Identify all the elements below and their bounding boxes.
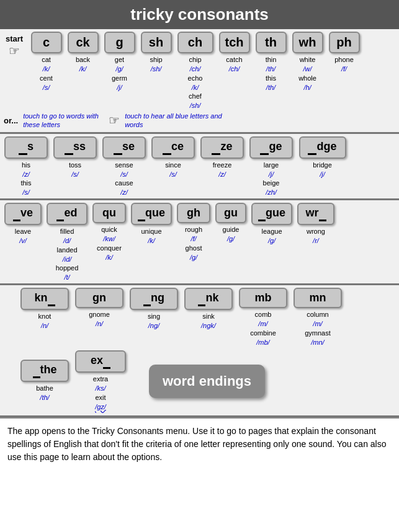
key-ge-ending[interactable]: ge large/j/beige/zh/ xyxy=(248,136,295,197)
key-box-kn[interactable]: kn xyxy=(20,288,69,310)
or-label: or... xyxy=(4,116,18,125)
key-box-gn[interactable]: gn xyxy=(75,288,123,308)
key-tch[interactable]: tch catch/ch/ xyxy=(217,32,252,74)
key-words-tch: catch/ch/ xyxy=(226,55,242,74)
key-se-ending[interactable]: se sense/s/cause/z/ xyxy=(101,136,148,197)
key-box-gue-ending[interactable]: gue xyxy=(251,203,292,225)
key-ch[interactable]: ch chip/ch/echo/k/chef/sh/ xyxy=(175,32,215,110)
key-g[interactable]: g get/g/germ/j/ xyxy=(102,32,137,92)
key-words-nk: sink/ngk/ xyxy=(201,312,216,330)
key-words-qu: quick/kw/conquer/k/ xyxy=(97,225,122,262)
key-words-ge-ending: large/j/beige/zh/ xyxy=(263,161,280,197)
key-words-ed-ending: filled/d/landed/id/hopped/t/ xyxy=(56,227,79,282)
key-box-ph[interactable]: ph xyxy=(329,32,360,53)
key-que-ending[interactable]: que unique/k/ xyxy=(129,203,174,246)
key-words-ve-ending: leave/v/ xyxy=(15,227,31,246)
key-words-wh: white/w/whole/h/ xyxy=(298,55,316,92)
page-title: tricky consonants xyxy=(0,0,399,29)
key-ng[interactable]: ng sing/ng/ xyxy=(128,288,180,330)
key-box-gh[interactable]: gh xyxy=(177,203,210,223)
key-words-s-ending: his/z/this/s/ xyxy=(20,161,31,197)
key-words-the-ending: bathe/th/ xyxy=(36,384,53,402)
key-words-se-ending: sense/s/cause/z/ xyxy=(115,161,133,197)
key-ex[interactable]: ex extra/ks/exit/gz/ xyxy=(73,350,128,411)
key-c[interactable]: c cat/k/cent/s/ xyxy=(29,32,64,92)
key-words-gh: rough/f/ghost/g/ xyxy=(185,225,202,262)
key-words-que-ending: unique/k/ xyxy=(141,227,161,246)
key-words-ph: phone/f/ xyxy=(334,55,354,74)
key-box-th[interactable]: th xyxy=(256,32,287,53)
key-ve-ending[interactable]: ve leave/v/ xyxy=(2,203,43,246)
key-box-ve-ending[interactable]: ve xyxy=(4,203,42,225)
key-box-ed-ending[interactable]: ed xyxy=(47,203,87,225)
key-box-wh[interactable]: wh xyxy=(292,32,323,53)
touch1-label: touch to go to words with these letters xyxy=(23,112,104,130)
key-words-mb: comb/m/combine/mb/ xyxy=(250,310,276,347)
key-th[interactable]: th thin/th/this/th/ xyxy=(253,32,289,92)
key-words-ex: extra/ks/exit/gz/ xyxy=(93,375,108,411)
hand-icon: ☞ xyxy=(9,43,20,58)
key-gh[interactable]: gh rough/f/ghost/g/ xyxy=(175,203,212,262)
key-words-mn: column/m/gymnast/mn/ xyxy=(305,310,331,347)
key-box-ce-ending[interactable]: ce xyxy=(151,136,195,159)
key-box-nk[interactable]: nk xyxy=(184,288,233,310)
key-ph[interactable]: ph phone/f/ xyxy=(326,32,362,74)
key-words-gue-ending: league/g/ xyxy=(261,227,282,246)
key-mb[interactable]: mb comb/m/combine/mb/ xyxy=(237,288,289,347)
key-box-gu[interactable]: gu xyxy=(215,203,246,223)
key-box-dge-ending[interactable]: dge xyxy=(299,136,346,159)
key-box-sh[interactable]: sh xyxy=(141,32,172,53)
key-box-ze-ending[interactable]: ze xyxy=(200,136,244,159)
key-box-ex[interactable]: ex xyxy=(75,350,126,373)
key-the-ending[interactable]: the bathe/th/ xyxy=(19,360,71,402)
hand-icon2: ☞ xyxy=(109,113,120,128)
key-box-mb[interactable]: mb xyxy=(239,288,287,308)
key-words-dge-ending: bridge/j/ xyxy=(313,161,332,179)
key-words-ck: back/k/ xyxy=(76,55,90,74)
key-gu[interactable]: gu guide/g/ xyxy=(213,203,248,244)
key-words-ze-ending: freeze/z/ xyxy=(213,161,232,179)
key-nk[interactable]: nk sink/ngk/ xyxy=(182,288,235,330)
key-ze-ending[interactable]: ze freeze/z/ xyxy=(199,136,246,179)
key-box-wr[interactable]: wr xyxy=(297,203,334,225)
key-box-ck[interactable]: ck xyxy=(68,32,99,53)
key-dge-ending[interactable]: dge bridge/j/ xyxy=(297,136,348,179)
key-box-ng[interactable]: ng xyxy=(130,288,178,310)
key-gue-ending[interactable]: gue league/g/ xyxy=(249,203,294,246)
key-box-c[interactable]: c xyxy=(31,32,62,53)
key-ss-ending[interactable]: ss toss/s/ xyxy=(52,136,99,179)
key-words-th: thin/th/this/th/ xyxy=(266,55,277,92)
key-kn[interactable]: kn knot/n/ xyxy=(19,288,71,330)
key-ed-ending[interactable]: ed filled/d/landed/id/hopped/t/ xyxy=(45,203,89,282)
key-box-ch[interactable]: ch xyxy=(177,32,213,53)
key-box-qu[interactable]: qu xyxy=(92,203,126,223)
key-ck[interactable]: ck back/k/ xyxy=(65,32,101,74)
key-box-se-ending[interactable]: se xyxy=(102,136,146,159)
key-words-gu: guide/g/ xyxy=(223,225,240,244)
bottom-description: The app opens to the Tricky Consonants m… xyxy=(0,417,399,470)
key-box-ss-ending[interactable]: ss xyxy=(53,136,97,159)
key-box-the-ending[interactable]: the xyxy=(20,360,69,382)
key-box-g[interactable]: g xyxy=(104,32,135,53)
key-sh[interactable]: sh ship/sh/ xyxy=(138,32,174,74)
key-box-tch[interactable]: tch xyxy=(219,32,250,53)
key-s-ending[interactable]: s his/z/this/s/ xyxy=(2,136,50,197)
key-box-que-ending[interactable]: que xyxy=(131,203,172,225)
key-qu[interactable]: qu quick/kw/conquer/k/ xyxy=(91,203,128,262)
key-words-ss-ending: toss/s/ xyxy=(69,161,81,179)
key-wr[interactable]: wr wrong/r/ xyxy=(295,203,336,246)
start-label: start ☞ xyxy=(2,34,26,58)
key-box-mn[interactable]: mn xyxy=(294,288,342,308)
key-words-ce-ending: since/s/ xyxy=(165,161,181,179)
key-mn[interactable]: mn column/m/gymnast/mn/ xyxy=(292,288,344,347)
key-box-s-ending[interactable]: s xyxy=(4,136,48,159)
key-wh[interactable]: wh white/w/whole/h/ xyxy=(290,32,325,92)
word-endings-button[interactable]: word endings xyxy=(149,365,265,398)
key-words-ng: sing/ng/ xyxy=(148,312,160,330)
key-words-c: cat/k/cent/s/ xyxy=(40,55,53,92)
key-box-ge-ending[interactable]: ge xyxy=(249,136,293,159)
key-ce-ending[interactable]: ce since/s/ xyxy=(150,136,197,179)
key-gn[interactable]: gn gnome/n/ xyxy=(73,288,125,329)
key-words-g: get/g/germ/j/ xyxy=(112,55,127,92)
key-words-wr: wrong/r/ xyxy=(307,227,325,246)
